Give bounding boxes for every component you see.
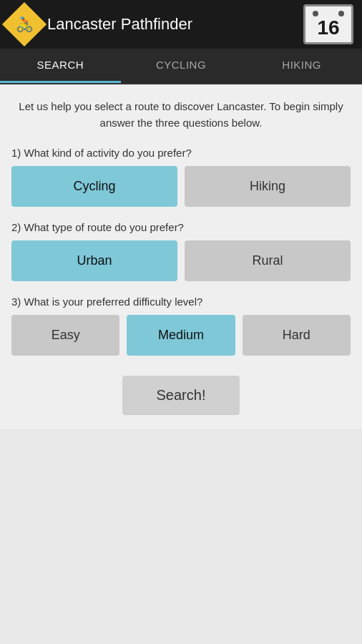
- logo-icon: 🚴: [2, 2, 47, 47]
- route-badge: 16: [303, 4, 353, 44]
- option-rural-button[interactable]: Rural: [185, 240, 351, 281]
- app-title: Lancaster Pathfinder: [47, 15, 192, 34]
- main-content: Let us help you select a route to discov…: [0, 84, 362, 429]
- app-header: 🚴 Lancaster Pathfinder 16: [0, 0, 362, 49]
- badge-bolts: [313, 11, 344, 16]
- question-1-label: 1) What kind of activity do you prefer?: [11, 147, 351, 159]
- tab-search[interactable]: SEARCH: [0, 49, 121, 83]
- question-2-options: Urban Rural: [11, 240, 351, 281]
- option-hard-button[interactable]: Hard: [243, 315, 351, 356]
- search-button[interactable]: Search!: [122, 376, 240, 415]
- question-1-options: Cycling Hiking: [11, 166, 351, 207]
- tab-cycling[interactable]: CYCLING: [121, 49, 242, 83]
- question-1-section: 1) What kind of activity do you prefer? …: [11, 147, 351, 207]
- question-3-label: 3) What is your preferred difficulty lev…: [11, 296, 351, 308]
- option-easy-button[interactable]: Easy: [11, 315, 119, 356]
- nav-tabs: SEARCH CYCLING HIKING: [0, 49, 362, 84]
- search-button-container: Search!: [11, 376, 351, 415]
- tab-hiking[interactable]: HIKING: [241, 49, 362, 83]
- option-hiking-button[interactable]: Hiking: [185, 166, 351, 207]
- option-medium-button[interactable]: Medium: [127, 315, 235, 356]
- option-cycling-button[interactable]: Cycling: [11, 166, 177, 207]
- header-left: 🚴 Lancaster Pathfinder: [9, 9, 192, 40]
- route-number: 16: [317, 18, 339, 38]
- intro-text: Let us help you select a route to discov…: [11, 99, 351, 131]
- question-2-section: 2) What type of route do you prefer? Urb…: [11, 221, 351, 281]
- bolt-right: [338, 11, 344, 16]
- option-urban-button[interactable]: Urban: [11, 240, 177, 281]
- question-3-section: 3) What is your preferred difficulty lev…: [11, 296, 351, 356]
- cyclist-icon: 🚴: [16, 16, 34, 33]
- question-2-label: 2) What type of route do you prefer?: [11, 221, 351, 233]
- question-3-options: Easy Medium Hard: [11, 315, 351, 356]
- bolt-left: [313, 11, 318, 16]
